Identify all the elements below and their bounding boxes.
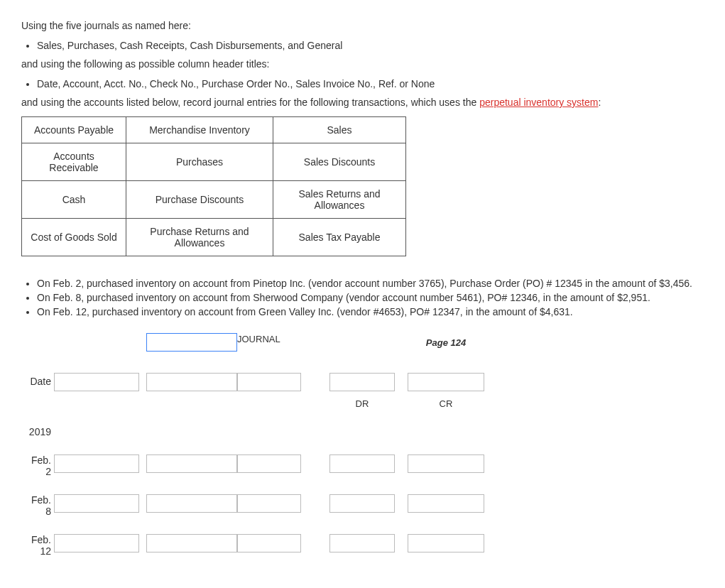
accounts-cell: Accounts Receivable xyxy=(22,143,126,181)
intro-line-3-pre: and using the accounts listed below, rec… xyxy=(21,97,479,108)
accounts-cell: Sales Tax Payable xyxy=(273,219,406,256)
entry-input[interactable] xyxy=(54,454,139,473)
entry-input[interactable] xyxy=(54,534,139,552)
accounts-cell: Cash xyxy=(22,181,126,219)
entry-input[interactable] xyxy=(146,454,237,473)
row-day: 12 xyxy=(40,545,51,557)
intro-bullet-1: Sales, Purchases, Cash Receipts, Cash Di… xyxy=(37,40,704,51)
row-month: Feb. xyxy=(31,454,51,466)
row-month: Feb. xyxy=(31,494,51,506)
entry-input[interactable] xyxy=(146,494,237,513)
entry-input[interactable] xyxy=(54,494,139,513)
intro-line-3: and using the accounts listed below, rec… xyxy=(21,97,704,108)
journal-label: JOURNAL xyxy=(237,330,280,344)
header-input-col2[interactable] xyxy=(146,373,237,391)
entry-input-cr[interactable] xyxy=(408,494,484,513)
accounts-cell: Purchase Discounts xyxy=(126,181,273,219)
entry-input[interactable] xyxy=(237,454,301,473)
entry-input-cr[interactable] xyxy=(408,534,484,552)
header-input-cr[interactable] xyxy=(408,373,484,391)
dr-header: DR xyxy=(329,398,395,409)
cr-header: CR xyxy=(408,398,484,409)
transactions-list: On Feb. 2, purchased inventory on accoun… xyxy=(21,278,704,317)
accounts-cell: Cost of Goods Sold xyxy=(22,219,126,256)
entry-input-dr[interactable] xyxy=(329,494,395,513)
entry-input-cr[interactable] xyxy=(408,454,484,473)
accounts-cell: Sales Discounts xyxy=(273,143,406,181)
transaction-item: On Feb. 8, purchased inventory on accoun… xyxy=(37,292,704,303)
header-input-col1[interactable] xyxy=(54,373,139,391)
row-day: 8 xyxy=(45,506,51,517)
accounts-cell: Purchases xyxy=(126,143,273,181)
header-input-dr[interactable] xyxy=(329,373,395,391)
intro-line-2: and using the following as possible colu… xyxy=(21,58,704,70)
page-number-label: Page 124 xyxy=(408,333,484,348)
accounts-cell: Accounts Payable xyxy=(22,117,126,143)
row-month: Feb. xyxy=(31,534,51,545)
accounts-cell: Sales xyxy=(273,117,406,143)
accounts-cell: Purchase Returns and Allowances xyxy=(126,219,273,256)
accounts-cell: Sales Returns and Allowances xyxy=(273,181,406,219)
date-header: Date xyxy=(30,376,51,387)
transaction-item: On Feb. 12, purchased inventory on accou… xyxy=(37,306,704,317)
accounts-table: Accounts Payable Merchandise Inventory S… xyxy=(21,116,406,256)
entry-input[interactable] xyxy=(237,494,301,513)
intro-line-3-post: : xyxy=(598,97,601,108)
header-input-col3[interactable] xyxy=(237,373,301,391)
row-day: 2 xyxy=(45,466,51,477)
year-label: 2019 xyxy=(29,426,51,437)
entry-input[interactable] xyxy=(237,534,301,552)
entry-input-dr[interactable] xyxy=(329,454,395,473)
entry-input[interactable] xyxy=(146,534,237,552)
journal-grid: JOURNAL Page 124 Date DR CR 2019 xyxy=(21,333,704,557)
journal-title-input[interactable] xyxy=(146,333,237,352)
intro-bullet-2: Date, Account, Acct. No., Check No., Pur… xyxy=(37,78,704,89)
perpetual-inventory-link[interactable]: perpetual inventory system xyxy=(479,97,598,108)
intro-line-1: Using the five journals as named here: xyxy=(21,20,704,31)
entry-input-dr[interactable] xyxy=(329,534,395,552)
transaction-item: On Feb. 2, purchased inventory on accoun… xyxy=(37,278,704,289)
accounts-cell: Merchandise Inventory xyxy=(126,117,273,143)
